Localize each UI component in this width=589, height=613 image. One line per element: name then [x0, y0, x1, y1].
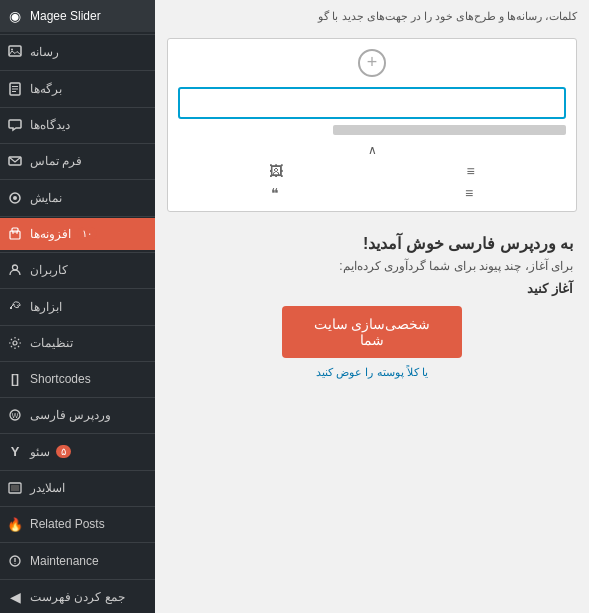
sidebar-item-seo[interactable]: ۵ سئو Y — [0, 436, 155, 468]
sidebar-item-comments[interactable]: دیدگاه‌ها — [0, 109, 155, 141]
svg-point-1 — [11, 49, 13, 51]
welcome-subtitle: برای آغاز، چند پیوند برای شما گردآوری کر… — [171, 259, 573, 273]
sidebar-item-magee-slider[interactable]: Magee Slider ◉ — [0, 0, 155, 32]
sidebar-item-wp-fa[interactable]: وردپرس فارسی W — [0, 399, 155, 431]
slider-icon — [6, 479, 24, 497]
editor-toolbar: ≡ 🖼 — [178, 163, 566, 179]
change-theme-link[interactable]: یا کلاً پوسته را عوض کنید — [171, 366, 573, 379]
plugins-icon — [6, 225, 24, 243]
sidebar-item-shortcodes[interactable]: Shortcodes [] — [0, 363, 155, 395]
plugins-badge: ۱۰ — [77, 227, 97, 240]
related-posts-icon: 🔥 — [6, 515, 24, 533]
welcome-section: به وردپرس فارسی خوش آمدید! برای آغاز، چن… — [155, 220, 589, 389]
seo-badge: ۵ — [56, 445, 71, 458]
svg-point-21 — [14, 563, 15, 564]
svg-point-13 — [13, 265, 18, 270]
sidebar-item-users[interactable]: کاربران — [0, 254, 155, 286]
collapse-icon: ◀ — [6, 588, 24, 606]
start-link[interactable]: آغاز کنید — [171, 281, 573, 296]
customize-button[interactable]: شخصی‌سازی سایت شما — [282, 306, 462, 358]
maintenance-icon — [6, 552, 24, 570]
svg-text:W: W — [12, 412, 19, 419]
editor-mockup: + ∧ ≡ 🖼 ≡ ❝ — [167, 38, 577, 212]
svg-rect-0 — [9, 46, 21, 56]
users-icon — [6, 261, 24, 279]
sidebar-item-appearance[interactable]: نمایش — [0, 182, 155, 214]
editor-bottom-row: ≡ ❝ — [178, 185, 566, 201]
top-text: کلمات، رسانه‌ها و طرح‌های خود را در جهت‌… — [155, 0, 589, 30]
magee-slider-icon: ◉ — [6, 7, 24, 25]
chevron-up-icon: ∧ — [178, 143, 566, 157]
welcome-title: به وردپرس فارسی خوش آمدید! — [171, 234, 573, 253]
seo-icon: Y — [6, 443, 24, 461]
contact-icon — [6, 152, 24, 170]
wp-fa-icon: W — [6, 406, 24, 424]
sidebar-item-tools[interactable]: ابزارها — [0, 291, 155, 323]
appearance-icon — [6, 189, 24, 207]
shortcodes-icon: [] — [6, 370, 24, 388]
comments-icon — [6, 116, 24, 134]
settings-icon — [6, 334, 24, 352]
svg-point-8 — [13, 196, 17, 200]
add-block-icon[interactable]: + — [358, 49, 386, 77]
editor-placeholder-bar — [333, 125, 566, 135]
svg-point-14 — [13, 341, 17, 345]
sidebar: Magee Slider ◉ رسانه برگه‌ها دیدگاه‌ها — [0, 0, 155, 613]
sidebar-item-media[interactable]: رسانه — [0, 36, 155, 68]
pages-icon — [6, 80, 24, 98]
sidebar-item-slider[interactable]: اسلایدر — [0, 472, 155, 504]
quote-icon: ❝ — [271, 185, 279, 201]
sidebar-item-pages[interactable]: برگه‌ها — [0, 73, 155, 105]
sidebar-item-maintenance[interactable]: Maintenance — [0, 545, 155, 577]
media-icon — [6, 43, 24, 61]
svg-rect-18 — [11, 485, 19, 491]
paragraph-icon: ≡ — [466, 163, 474, 179]
sidebar-item-collapse[interactable]: جمع کردن فهرست ◀ — [0, 581, 155, 613]
editor-input[interactable] — [178, 87, 566, 119]
list-icon: ≡ — [465, 185, 473, 201]
sidebar-item-plugins[interactable]: ۱۰ افزونه‌ها افزونه‌های نصب‌شده افزودن و… — [0, 218, 155, 250]
sidebar-item-settings[interactable]: تنظیمات — [0, 327, 155, 359]
sidebar-item-contact[interactable]: فرم تماس — [0, 145, 155, 177]
tools-icon — [6, 298, 24, 316]
sidebar-item-related-posts[interactable]: Related Posts 🔥 — [0, 508, 155, 540]
image-icon: 🖼 — [269, 163, 283, 179]
